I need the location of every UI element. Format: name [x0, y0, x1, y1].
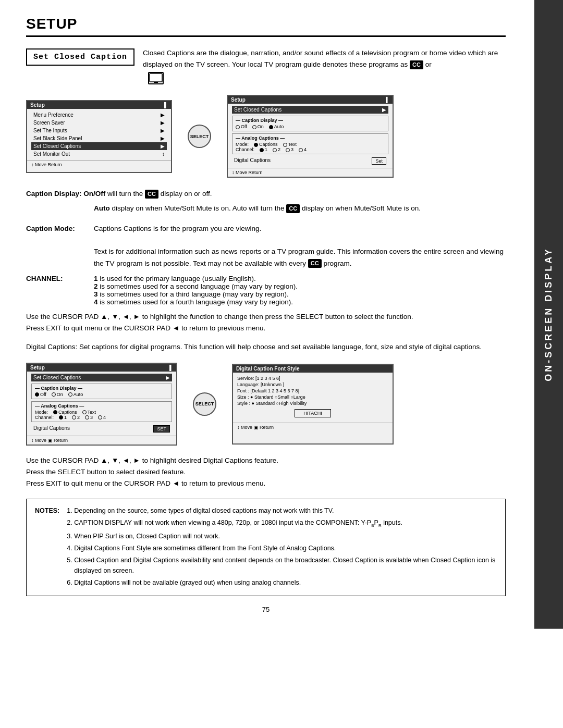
notes-label: NOTES: — [35, 505, 59, 516]
menu-item-black-side: Set Black Side Panel▶ — [31, 134, 167, 142]
font-font-row: Font : [Default 1 2 3 4 5 6 7 8] — [237, 388, 388, 393]
page-title: SETUP — [26, 16, 506, 37]
radio-on — [252, 125, 256, 129]
caption-display-label: Caption Display: On/Off — [26, 190, 105, 198]
channel-label: CHANNEL: — [26, 275, 94, 306]
radio-ch4 — [299, 148, 303, 152]
analog-channel-row: Channel: 1 2 3 4 — [236, 147, 385, 152]
cursor-pad-instructions-2: Use the CURSOR PAD ▲, ▼, ◄, ► to highlig… — [26, 455, 506, 490]
radio2-ch1 — [59, 415, 63, 419]
screenshots-row-1: Setup ▌ Menu Preference▶ Screen Saver▶ S… — [26, 95, 506, 178]
digital-font-footer: ↕ Move ▣ Return — [233, 423, 393, 431]
radio-ch2 — [273, 148, 277, 152]
auto-label: Auto — [94, 204, 110, 212]
svg-rect-0 — [150, 73, 162, 82]
radio2-ch3 — [85, 415, 89, 419]
menu3-digital-captions: Digital Captions SET — [31, 424, 172, 434]
radio2-captions — [53, 410, 57, 414]
radio-auto — [269, 125, 273, 129]
radio2-ch2 — [72, 415, 76, 419]
caption-display-section: Caption Display: On/Off will turn the CC… — [26, 188, 506, 215]
radio2-off — [35, 392, 39, 397]
digital-font-screenshot: Digital Caption Font Style Service: [1 2… — [232, 364, 394, 445]
channel-item-3: 3 is sometimes used for a third language… — [94, 290, 506, 298]
menu3-radio-row: Off On Auto — [35, 392, 168, 397]
radio-captions — [254, 143, 258, 147]
menu2-footer: ↕ Move Return — [228, 168, 393, 177]
caption-radio-row: Off On Auto — [236, 124, 385, 129]
radio-text — [283, 143, 287, 147]
text-bold: Text — [94, 248, 107, 255]
menu2-subtitle: Set Closed Captions▶ — [232, 106, 388, 114]
note-item-2: CAPTION DISPLAY will not work when viewi… — [74, 517, 497, 529]
font-size-row: Size : ● Standard ○Small ○Large — [237, 394, 388, 400]
cc-badge-4: CC — [308, 259, 322, 268]
menu1-body: Menu Preference▶ Screen Saver▶ Set The I… — [27, 109, 171, 160]
captions-bold: Captions — [94, 225, 121, 232]
menu3-caption-display: — Caption Display — Off On Auto — [31, 384, 172, 399]
set-button-2[interactable]: SET — [153, 425, 170, 433]
set-caption-section: Set Closed Caption Closed Captions are t… — [26, 47, 506, 84]
menu2-body: Set Closed Captions▶ — Caption Display —… — [228, 104, 393, 168]
menu3-header: Setup ▌ — [27, 364, 176, 372]
tv-icon — [148, 72, 164, 84]
set-button[interactable]: Set — [372, 157, 386, 165]
notes-section: NOTES: Depending on the source, some typ… — [26, 499, 506, 596]
cc-badge-1: CC — [410, 60, 423, 69]
font-service-row: Service: [1 2 3 4 5 6] — [237, 376, 388, 381]
channel-section: CHANNEL: 1 is used for the primary langu… — [26, 275, 506, 306]
menu3-footer: ↕ Move ▣ Return — [27, 436, 176, 445]
font-language-row: Language: [Unknown ] — [237, 382, 388, 387]
caption-mode-label: Caption Mode: — [26, 223, 94, 269]
radio-ch1 — [260, 148, 264, 152]
set-caption-description: Closed Captions are the dialogue, narrat… — [143, 47, 506, 84]
select-button-1: SELECT — [188, 125, 211, 148]
screenshots-row-2: Setup ▌ Set Closed Captions▶ — Caption D… — [26, 363, 506, 446]
menu3-analog: — Analog Captions — Mode: Captions Text … — [31, 401, 172, 422]
arrow-1: SELECT — [188, 125, 211, 148]
note-item-3: When PIP Surf is on, Closed Caption will… — [74, 531, 497, 541]
font-style-row: Style : ● Standard ○High Visibility — [237, 401, 388, 406]
menu3-channel-row: Channel: 1 2 3 4 — [35, 415, 168, 420]
radio2-ch4 — [98, 415, 102, 419]
menu3-body: Set Closed Captions▶ — Caption Display —… — [27, 372, 176, 436]
radio2-text — [82, 410, 87, 414]
menu-item-screen-saver: Screen Saver▶ — [31, 119, 167, 127]
note-item-1: Depending on the source, some types of d… — [74, 505, 497, 516]
caption-mode-content: Captions Captions is for the program you… — [94, 223, 506, 269]
hitachi-button[interactable]: HITACHI — [295, 409, 331, 417]
menu1-screenshot: Setup ▌ Menu Preference▶ Screen Saver▶ S… — [26, 100, 172, 173]
analog-captions-group: — Analog Captions — Mode: Captions Text … — [232, 133, 388, 154]
menu3-screenshot: Setup ▌ Set Closed Captions▶ — Caption D… — [26, 363, 177, 446]
set-caption-label: Set Closed Caption — [26, 48, 134, 66]
note-item-5: Closed Caption and Digital Captions avai… — [74, 555, 497, 576]
caption-display-group: — Caption Display — Off On Auto — [232, 116, 388, 131]
svg-rect-1 — [154, 82, 158, 83]
digital-font-header: Digital Caption Font Style — [233, 365, 393, 373]
cc-badge-3: CC — [286, 204, 300, 213]
radio2-on — [52, 392, 56, 397]
notes-content: Depending on the source, some types of d… — [64, 505, 497, 589]
cc-badge-2: CC — [145, 190, 158, 199]
radio2-auto — [68, 392, 72, 397]
digital-font-body: Service: [1 2 3 4 5 6] Language: [Unknow… — [233, 373, 393, 423]
note-item-6: Digital Captions will not be available (… — [74, 577, 497, 588]
menu1-footer: ↕ Move Return — [27, 160, 171, 169]
menu-item-closed-captions: Set Closed Captions▶ — [31, 142, 167, 150]
vertical-banner: ON-SCREEN DISPLAY — [534, 0, 563, 629]
menu-item-set-inputs: Set The Inputs▶ — [31, 127, 167, 134]
channel-item-2: 2 is sometimes used for a second languag… — [94, 282, 506, 290]
analog-mode-row: Mode: Captions Text — [236, 142, 385, 147]
channel-content: 1 is used for the primary language (usua… — [94, 275, 506, 306]
channel-item-1: 1 is used for the primary language (usua… — [94, 275, 506, 282]
menu3-mode-row: Mode: Captions Text — [35, 410, 168, 415]
select-button-2: SELECT — [193, 392, 216, 416]
caption-mode-row: Caption Mode: Captions Captions is for t… — [26, 223, 506, 269]
digital-captions-section: Digital Captions: Set captions for digit… — [26, 341, 506, 353]
menu-item-menu-preference: Menu Preference▶ — [31, 111, 167, 119]
page-number: 75 — [26, 606, 506, 613]
radio-ch3 — [286, 148, 290, 152]
radio-off — [236, 125, 240, 129]
menu2-digital-captions: Digital Captions Set — [232, 156, 388, 166]
menu1-header: Setup ▌ — [27, 101, 171, 109]
